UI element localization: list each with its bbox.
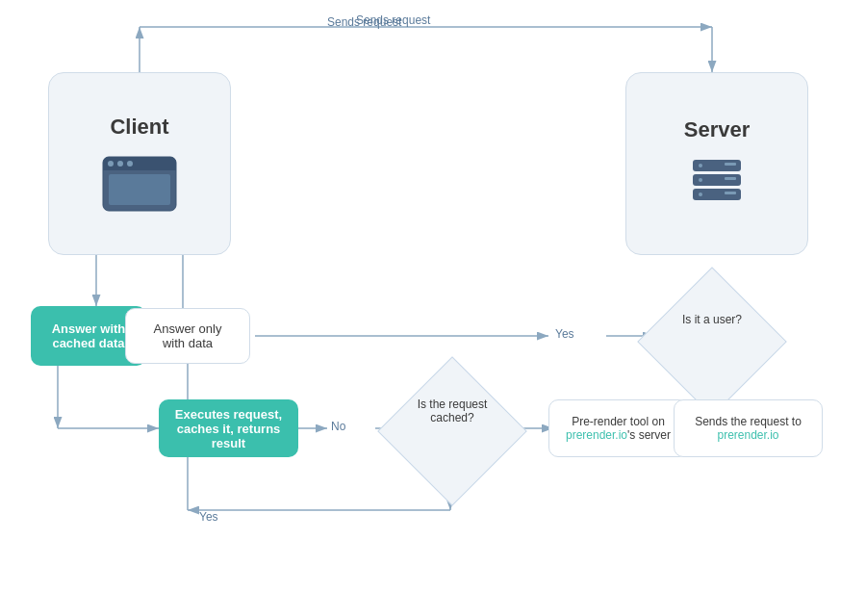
svg-point-32 [699,178,702,182]
server-label: Server [684,117,751,142]
svg-rect-24 [109,174,170,205]
is-cached-diamond-container: Is the requestcached? [399,378,505,484]
no1-label: No [331,420,345,433]
answer-data-node: Answer onlywith data [125,308,250,364]
svg-point-31 [699,164,702,167]
svg-rect-30 [725,192,736,194]
yes1-label: Yes [555,327,574,341]
sends-request-to-node: Sends the request toprerender.io [674,399,823,457]
is-cached-diamond [377,356,527,506]
prerender-tool-label: Pre-render tool onprerender.io's server [566,415,671,442]
server-node: Server [625,72,808,255]
client-node: Client [48,72,231,255]
client-label: Client [110,115,168,140]
sends-request-label: Sends request [327,15,401,29]
svg-rect-29 [725,177,736,180]
server-icon [688,158,746,211]
svg-rect-28 [725,163,736,166]
yes2-label: Yes [199,510,218,524]
svg-point-21 [108,161,114,167]
answer-cached-label: Answer withcached data [52,321,126,350]
svg-point-23 [127,161,133,167]
executes-node: Executes request,caches it, returns resu… [159,399,298,457]
client-icon [101,155,178,213]
diagram: Sends request Client Server [0,0,866,616]
answer-data-label: Answer onlywith data [154,321,222,350]
svg-point-33 [699,192,702,196]
prerender-link2[interactable]: prerender.io [717,428,778,442]
is-user-diamond-container: Is it a user? [659,289,765,395]
svg-point-22 [117,161,123,167]
executes-label: Executes request,caches it, returns resu… [172,407,285,450]
prerender-tool-node: Pre-render tool onprerender.io's server [548,399,688,457]
prerender-link1[interactable]: prerender.io [566,428,627,442]
sends-request-to-label: Sends the request toprerender.io [695,415,802,442]
svg-rect-20 [103,164,176,170]
is-user-diamond [637,267,787,417]
